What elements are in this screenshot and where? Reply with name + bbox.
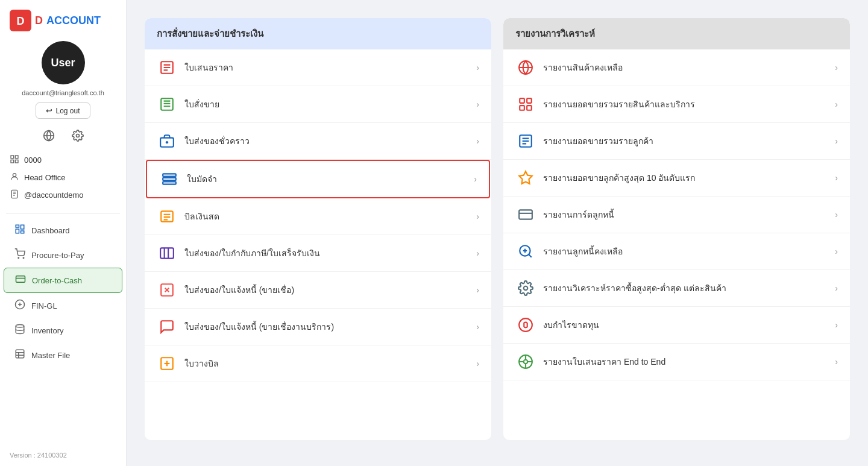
sidebar-item-order-to-cash[interactable]: Order-to-Cash xyxy=(4,268,122,293)
r-price-analysis-arrow: › xyxy=(835,283,838,293)
left-section-card: การสั่งขายและจ่ายชำระเงิน ใบเสนอราคา › ใ… xyxy=(145,18,491,440)
svg-rect-17 xyxy=(21,231,24,233)
menu-item-r-quotation-e2e[interactable]: รายงานใบเสนอราคา End to End › xyxy=(503,344,850,380)
r-debt-remain-arrow: › xyxy=(835,247,838,256)
r-price-analysis-label: รายงานวิเคราะห์ราคาซื้อสูงสุด-ต่ำสุด แต่… xyxy=(543,282,828,295)
menu-item-cash-bill[interactable]: บิลเงินสด › xyxy=(145,198,491,235)
menu-item-credit-note-sell[interactable]: ใบส่งของ/ใบแจ้งหนี้ (ขายเชื่อ) › xyxy=(145,272,491,309)
menu-item-r-profit[interactable]: งบกำไรขาดทุน › xyxy=(503,307,850,344)
sidebar-info: 0000 Head Office @daccountdemo xyxy=(0,151,126,204)
deposit-bill-arrow: › xyxy=(476,359,479,368)
menu-item-delivery-temp[interactable]: ใบส่งของชั่วคราว › xyxy=(145,123,491,160)
version-label: Version : 24100302 xyxy=(0,446,126,466)
svg-point-74 xyxy=(524,360,528,364)
svg-rect-14 xyxy=(16,225,19,227)
svg-rect-48 xyxy=(160,248,174,258)
invoice-label: ใบมัดจำ xyxy=(187,172,467,186)
menu-item-invoice[interactable]: ใบมัดจำ › xyxy=(146,160,490,198)
tax-delivery-label: ใบส่งของ/ใบกำกับภาษี/ใบเสร็จรับเงิน xyxy=(184,247,469,260)
person-circle-icon xyxy=(10,172,19,183)
menu-item-quotation[interactable]: ใบเสนอราคา › xyxy=(145,49,491,86)
svg-rect-43 xyxy=(163,181,176,184)
credit-note-sell-arrow: › xyxy=(476,285,479,295)
r-top10-icon xyxy=(515,168,536,188)
settings-icon[interactable] xyxy=(69,127,86,144)
sidebar-icons-row xyxy=(40,127,86,144)
svg-point-9 xyxy=(13,174,16,177)
tax-delivery-icon xyxy=(157,243,177,263)
master-file-label: Master File xyxy=(31,351,70,360)
cash-bill-arrow: › xyxy=(476,212,479,221)
svg-rect-15 xyxy=(16,229,19,233)
r-stock-icon xyxy=(515,57,536,78)
r-sales-sum-icon xyxy=(515,94,536,115)
globe-icon[interactable] xyxy=(40,127,57,144)
svg-point-4 xyxy=(76,134,79,137)
menu-item-r-sales-sum[interactable]: รายงานยอดขายรวมรายสินค้าและบริการ › xyxy=(503,86,850,123)
logout-button[interactable]: ↩ Log out xyxy=(36,102,90,119)
menu-item-r-top10[interactable]: รายงานยอดขายลูกค้าสูงสุด 10 อันดับแรก › xyxy=(503,160,850,197)
delivery-temp-icon xyxy=(157,131,177,151)
sales-order-icon xyxy=(157,94,177,115)
credit-note-service-icon xyxy=(157,316,177,337)
sales-order-arrow: › xyxy=(476,99,479,109)
r-customer-sum-label: รายงานยอดขายรวมรายลูกค้า xyxy=(543,134,828,148)
order-cash-icon xyxy=(15,274,26,287)
r-debt-remain-icon xyxy=(515,241,536,262)
deposit-bill-icon xyxy=(157,353,177,374)
cash-bill-icon xyxy=(157,206,177,227)
menu-item-r-stock[interactable]: รายงานสินค้าคงเหลือ › xyxy=(503,49,850,86)
deposit-bill-label: ใบวางบิล xyxy=(184,357,469,370)
logout-icon: ↩ xyxy=(46,106,52,115)
menu-item-r-debt-remain[interactable]: รายงานลูกหนี้คงเหลือ › xyxy=(503,233,850,270)
svg-line-68 xyxy=(529,254,532,257)
sidebar-item-fin-gl[interactable]: FIN-GL xyxy=(4,294,122,318)
sidebar: D DACCOUNT User daccount@trianglesoft.co… xyxy=(0,0,127,466)
svg-rect-41 xyxy=(163,174,176,176)
user-email: daccount@trianglesoft.co.th xyxy=(17,89,109,96)
credit-note-service-label: ใบส่งของ/ใบแจ้งหนี้ (ขายเชื่องานบริการ) xyxy=(184,320,469,333)
sidebar-item-dashboard[interactable]: Dashboard xyxy=(4,218,122,242)
r-card-icon xyxy=(515,204,536,225)
invoice-icon xyxy=(159,169,180,189)
menu-item-r-customer-sum[interactable]: รายงานยอดขายรวมรายลูกค้า › xyxy=(503,123,850,160)
inventory-label: Inventory xyxy=(31,326,63,335)
menu-item-sales-order[interactable]: ใบสั่งขาย › xyxy=(145,86,491,123)
dashboard-icon xyxy=(14,224,25,237)
svg-rect-5 xyxy=(11,156,14,159)
doc-icon xyxy=(10,189,19,201)
r-quotation-e2e-label: รายงานใบเสนอราคา End to End xyxy=(543,355,828,368)
sidebar-item-master-file[interactable]: Master File xyxy=(4,343,122,367)
tax-delivery-arrow: › xyxy=(476,248,479,258)
r-top10-arrow: › xyxy=(835,173,838,183)
r-price-analysis-icon xyxy=(515,278,536,298)
r-card-arrow: › xyxy=(835,210,838,219)
menu-item-credit-note-service[interactable]: ใบส่งของ/ใบแจ้งหนี้ (ขายเชื่องานบริการ) … xyxy=(145,309,491,345)
demo-item: @daccountdemo xyxy=(10,186,116,204)
demo-name: @daccountdemo xyxy=(24,190,83,200)
company-id-item: 0000 xyxy=(10,151,116,169)
r-quotation-e2e-arrow: › xyxy=(835,357,838,367)
logo: D DACCOUNT xyxy=(0,10,126,31)
svg-point-72 xyxy=(519,318,532,332)
fin-icon xyxy=(14,299,25,312)
svg-point-19 xyxy=(23,257,24,259)
menu-item-r-card[interactable]: รายงานการ์ดลูกหนี้ › xyxy=(503,197,850,233)
r-profit-icon xyxy=(515,315,536,335)
r-card-label: รายงานการ์ดลูกหนี้ xyxy=(543,208,828,221)
sidebar-item-procure-to-pay[interactable]: Procure-to-Pay xyxy=(4,243,122,267)
menu-item-deposit-bill[interactable]: ใบวางบิล › xyxy=(145,345,491,382)
svg-rect-59 xyxy=(520,105,524,110)
svg-rect-16 xyxy=(21,225,24,229)
svg-rect-8 xyxy=(15,160,18,163)
r-top10-label: รายงานยอดขายลูกค้าสูงสุด 10 อันดับแรก xyxy=(543,171,828,184)
sidebar-item-inventory[interactable]: Inventory xyxy=(4,318,122,342)
menu-item-tax-delivery[interactable]: ใบส่งของ/ใบกำกับภาษี/ใบเสร็จรับเงิน › xyxy=(145,235,491,272)
svg-point-71 xyxy=(524,286,528,291)
divider xyxy=(6,213,119,214)
credit-note-service-arrow: › xyxy=(476,322,479,332)
menu-item-r-price-analysis[interactable]: รายงานวิเคราะห์ราคาซื้อสูงสุด-ต่ำสุด แต่… xyxy=(503,270,850,307)
r-stock-arrow: › xyxy=(835,63,838,72)
svg-point-18 xyxy=(18,257,19,259)
credit-note-sell-icon xyxy=(157,280,177,300)
